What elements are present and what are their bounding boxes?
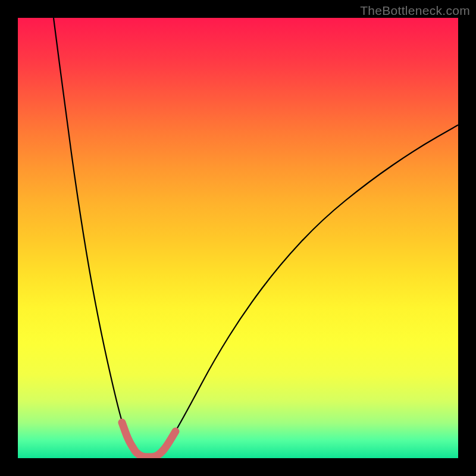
watermark-text: TheBottleneck.com <box>360 4 470 18</box>
trough-highlight <box>122 422 176 457</box>
chart-frame: TheBottleneck.com <box>0 0 476 476</box>
curve-right-branch <box>161 125 458 453</box>
curve-layer <box>18 18 458 458</box>
curve-left-branch <box>54 18 137 453</box>
plot-area <box>18 18 458 458</box>
